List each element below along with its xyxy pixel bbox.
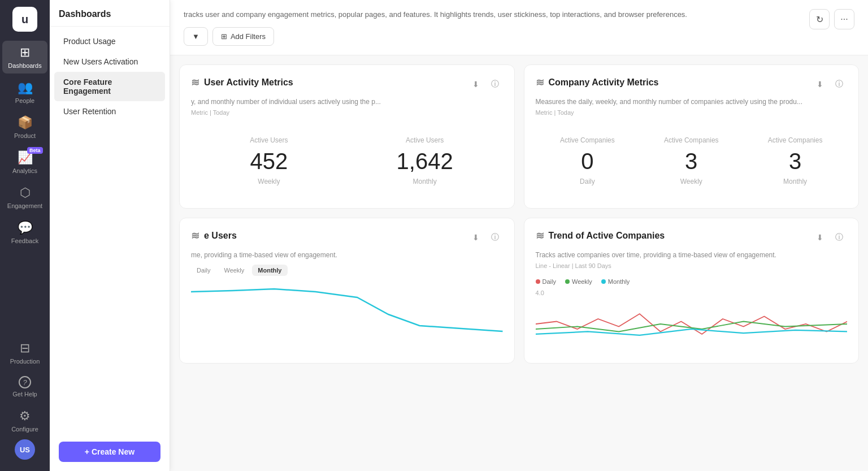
legend-label-weekly: Weekly [572, 278, 592, 285]
legend-daily: Daily [536, 278, 556, 285]
sidebar-label-get-help: Get Help [12, 391, 37, 397]
card-header-company: ≋ Company Activity Metrics ⬇ ⓘ [536, 76, 848, 92]
download-button-trend-companies[interactable]: ⬇ [812, 230, 828, 245]
card-title-text-user-activity: User Activity Metrics [204, 77, 293, 88]
info-button-company[interactable]: ⓘ [831, 76, 847, 92]
header-left: tracks user and company engagement metri… [184, 9, 809, 46]
card-meta-company: Metric | Today [536, 109, 848, 116]
add-filters-button[interactable]: ⊞ Add Filters [212, 27, 274, 46]
chart-area-trend-users: Daily Weekly Monthly [191, 265, 503, 339]
card-desc-user-activity: y, and monthly number of individual user… [191, 97, 503, 107]
metric-value-weekly-companies: 3 [685, 149, 697, 174]
analytics-icon-wrap: 📈 Beta [18, 150, 33, 165]
metric-period-monthly-companies: Monthly [783, 178, 807, 185]
card-actions-trend-users: ⬇ ⓘ [468, 230, 503, 245]
people-icon: 👥 [18, 80, 33, 95]
sidebar-item-production[interactable]: ⊟ Production [2, 336, 47, 369]
metric-label-monthly-users: Active Users [406, 136, 444, 144]
product-icon: 📦 [18, 115, 33, 130]
dropdown-item-new-users[interactable]: New Users Activation [54, 51, 165, 72]
dropdown-item-user-retention[interactable]: User Retention [54, 101, 165, 122]
download-button-trend-users[interactable]: ⬇ [468, 230, 484, 245]
card-icon-trend-companies: ≋ [536, 230, 544, 242]
dropdown-panel: Dashboards Product Usage New Users Activ… [50, 0, 170, 471]
main-header: tracks user and company engagement metri… [170, 0, 868, 55]
dropdown-item-core-feature[interactable]: Core Feature Engagement [54, 72, 165, 101]
card-actions-trend-companies: ⬇ ⓘ [812, 230, 847, 245]
info-button-user-activity[interactable]: ⓘ [487, 76, 503, 92]
card-actions-user-activity: ⬇ ⓘ [468, 76, 503, 92]
download-button-user-activity[interactable]: ⬇ [468, 76, 484, 92]
refresh-button[interactable]: ↻ [809, 9, 830, 29]
card-title-trend-users: ≋ e Users [191, 230, 237, 242]
chart-legend: Daily Weekly Monthly [536, 278, 848, 285]
chart-area-trend-companies: Daily Weekly Monthly 4.0 [536, 278, 848, 352]
legend-monthly: Monthly [601, 278, 630, 285]
card-title-text-trend-users: e Users [204, 231, 237, 241]
sidebar-item-analytics[interactable]: 📈 Beta Analytics [2, 146, 47, 179]
avatar[interactable]: US [15, 439, 35, 460]
info-button-trend-companies[interactable]: ⓘ [831, 230, 847, 245]
sidebar-bottom: ⊟ Production ? Get Help ⚙ Configure US [0, 336, 50, 464]
add-filters-label: Add Filters [231, 32, 266, 41]
period-tab-monthly[interactable]: Monthly [252, 265, 287, 276]
sidebar-label-engagement: Engagement [7, 202, 42, 209]
legend-label-monthly: Monthly [608, 278, 630, 285]
sidebar-item-people[interactable]: 👥 People [2, 76, 47, 109]
legend-dot-daily [536, 279, 540, 284]
create-new-button[interactable]: + Create New [59, 442, 160, 462]
card-title-text-trend-companies: Trend of Active Companies [549, 231, 665, 241]
sidebar-label-configure: Configure [11, 426, 38, 433]
sidebar-item-product[interactable]: 📦 Product [2, 111, 47, 144]
card-header-trend-users: ≋ e Users ⬇ ⓘ [191, 230, 503, 245]
calendar-icon: ▼ [192, 32, 199, 41]
info-button-trend-users[interactable]: ⓘ [487, 230, 503, 245]
metric-value-weekly-users: 452 [250, 149, 288, 174]
card-actions-company: ⬇ ⓘ [812, 76, 847, 92]
more-options-button[interactable]: ··· [834, 9, 854, 29]
sidebar-label-people: People [15, 97, 34, 104]
app-logo: u [12, 7, 37, 32]
metric-daily-companies: Active Companies 0 Daily [536, 125, 640, 197]
metric-period-weekly-companies: Weekly [680, 178, 702, 185]
sidebar: u ⊞ Dashboards 👥 People 📦 Product 📈 Beta… [0, 0, 50, 471]
dropdown-title: Dashboards [50, 9, 170, 27]
period-tab-weekly[interactable]: Weekly [218, 265, 250, 276]
metric-monthly-users: Active Users 1,642 Monthly [347, 125, 503, 197]
card-meta-trend-companies: Line - Linear | Last 90 Days [536, 262, 848, 269]
filter-icon: ⊞ [221, 32, 227, 41]
sidebar-label-product: Product [14, 132, 36, 139]
legend-dot-weekly [565, 279, 570, 284]
card-desc-trend-users: me, providing a time-based view of engag… [191, 250, 503, 260]
dropdown-item-product-usage[interactable]: Product Usage [54, 31, 165, 51]
metric-weekly-companies: Active Companies 3 Weekly [639, 125, 743, 197]
legend-weekly: Weekly [565, 278, 592, 285]
ellipsis-icon: ··· [840, 14, 848, 24]
download-button-company[interactable]: ⬇ [812, 76, 828, 92]
period-tab-daily[interactable]: Daily [191, 265, 216, 276]
dashboards-icon: ⊞ [20, 45, 30, 60]
sidebar-item-get-help[interactable]: ? Get Help [2, 371, 47, 402]
engagement-icon: ⬡ [20, 185, 31, 200]
card-header-trend-companies: ≋ Trend of Active Companies ⬇ ⓘ [536, 230, 848, 245]
metric-value-monthly-companies: 3 [789, 149, 801, 174]
sidebar-item-engagement[interactable]: ⬡ Engagement [2, 181, 47, 214]
sidebar-item-dashboards[interactable]: ⊞ Dashboards [2, 41, 47, 74]
metric-monthly-companies: Active Companies 3 Monthly [743, 125, 847, 197]
metric-weekly-users: Active Users 452 Weekly [191, 125, 347, 197]
card-title-user-activity: ≋ User Activity Metrics [191, 76, 293, 89]
configure-icon: ⚙ [19, 409, 31, 424]
refresh-icon: ↻ [816, 14, 823, 25]
card-header-user-activity: ≋ User Activity Metrics ⬇ ⓘ [191, 76, 503, 92]
trend-users-chart [191, 280, 503, 337]
card-title-company: ≋ Company Activity Metrics [536, 76, 659, 89]
metric-period-daily-companies: Daily [580, 178, 595, 185]
trend-users-card: ≋ e Users ⬇ ⓘ me, providing a time-based… [179, 218, 515, 364]
card-desc-trend-companies: Tracks active companies over time, provi… [536, 250, 848, 260]
metric-label-daily-companies: Active Companies [560, 136, 615, 144]
sidebar-item-feedback[interactable]: 💬 Feedback [2, 216, 47, 249]
legend-label-daily: Daily [542, 278, 556, 285]
sidebar-item-configure[interactable]: ⚙ Configure [2, 404, 47, 437]
date-range-button[interactable]: ▼ [184, 27, 208, 46]
top-right-actions: ↻ ··· [809, 9, 854, 29]
